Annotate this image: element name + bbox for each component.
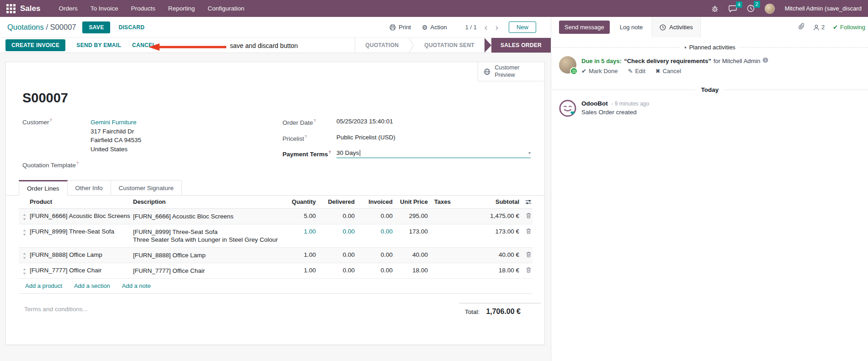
form-view-pane: Quotations / S00007 SAVE DISCARD Print ⚙… — [0, 17, 551, 361]
following-button[interactable]: ✔ Following — [833, 24, 865, 31]
column-subtotal[interactable]: Subtotal — [469, 198, 519, 205]
activity-summary: “Check delivery requirements” — [624, 58, 711, 64]
help-marker: ? — [304, 134, 307, 139]
menu-products[interactable]: Products — [131, 5, 155, 12]
activity-avatar[interactable] — [559, 56, 576, 74]
order-date-value[interactable]: 05/25/2023 15:40:01 — [336, 118, 393, 125]
pricelist-value[interactable]: Public Pricelist (USD) — [336, 134, 395, 141]
table-row[interactable]: [FURN_6666] Acoustic Bloc Screens [FURN_… — [19, 209, 533, 224]
order-reference-title: S00007 — [22, 90, 68, 106]
globe-icon — [484, 68, 490, 75]
notebook-tabs: Order Lines Other Info Customer Signatur… — [6, 180, 544, 196]
control-panel: Quotations / S00007 SAVE DISCARD Print ⚙… — [0, 17, 551, 37]
statusbar-step-sales-order[interactable]: SALES ORDER — [485, 38, 551, 53]
drag-handle-icon[interactable] — [19, 212, 30, 220]
delete-row-icon[interactable] — [519, 251, 533, 258]
customer-preview-button[interactable]: Customer Preview — [478, 62, 544, 81]
breadcrumb-current: S00007 — [50, 23, 76, 31]
pencil-icon: ✎ — [628, 68, 633, 74]
tab-customer-signature[interactable]: Customer Signature — [111, 180, 182, 195]
customer-field-group: Customer? Gemini Furniture 317 Fairchild… — [22, 118, 141, 154]
payment-terms-label: Payment Terms? — [282, 149, 336, 158]
menu-reporting[interactable]: Reporting — [168, 5, 195, 12]
customer-name-link[interactable]: Gemini Furniture — [91, 118, 141, 127]
edit-activity-button[interactable]: ✎Edit — [628, 68, 645, 74]
print-button[interactable]: Print — [389, 24, 411, 31]
planned-activities-toggle[interactable]: ▾ Planned activities — [680, 44, 740, 51]
discard-button[interactable]: DISCARD — [118, 24, 144, 31]
terms-placeholder[interactable]: Terms and conditions... — [24, 306, 88, 313]
user-name[interactable]: Mitchell Admin (save_discard — [785, 5, 862, 12]
save-button[interactable]: SAVE — [82, 21, 110, 33]
delete-row-icon[interactable] — [519, 267, 533, 273]
apps-grid-icon[interactable] — [6, 4, 16, 13]
mark-done-button[interactable]: ✔Mark Done — [581, 68, 618, 74]
breadcrumb-quotations[interactable]: Quotations — [7, 23, 44, 31]
followers-button[interactable]: 2 — [813, 24, 825, 31]
column-taxes[interactable]: Taxes — [428, 198, 469, 205]
column-invoiced[interactable]: Invoiced — [355, 198, 393, 205]
user-avatar[interactable] — [765, 4, 775, 14]
chatter-message: OdooBot - 9 minutes ago Sales Order crea… — [559, 100, 868, 117]
drag-handle-icon[interactable] — [19, 267, 30, 275]
chevron-down-icon[interactable]: ▾ — [528, 150, 531, 155]
add-a-note-link[interactable]: Add a note — [122, 282, 151, 289]
delete-row-icon[interactable] — [519, 228, 533, 234]
table-footer-links: Add a product Add a section Add a note — [19, 279, 533, 294]
pager-next[interactable]: › — [495, 23, 499, 32]
help-marker: ? — [76, 161, 79, 165]
info-icon[interactable] — [762, 57, 768, 64]
send-by-email-button[interactable]: SEND BY EMAIL — [76, 42, 121, 48]
statusbar-step-quotation-sent[interactable]: QUOTATION SENT — [414, 38, 485, 53]
menu-to-invoice[interactable]: To Invoice — [91, 5, 118, 12]
column-product[interactable]: Product — [30, 198, 133, 205]
messages-icon[interactable]: 4 — [729, 5, 737, 12]
payment-terms-input[interactable]: 30 Days ▾ — [336, 149, 531, 158]
column-unit-price[interactable]: Unit Price — [393, 198, 428, 205]
customer-address-line3: United States — [91, 145, 141, 154]
top-navbar: Sales Orders To Invoice Products Reporti… — [0, 0, 868, 17]
menu-orders[interactable]: Orders — [59, 5, 77, 12]
table-row[interactable]: [FURN_8999] Three-Seat Sofa [FURN_8999] … — [19, 224, 533, 248]
add-a-section-link[interactable]: Add a section — [74, 282, 110, 289]
column-description[interactable]: Description — [133, 198, 279, 206]
create-invoice-button[interactable]: CREATE INVOICE — [5, 39, 65, 51]
statusbar-step-quotation[interactable]: QUOTATION — [355, 38, 409, 53]
message-author[interactable]: OdooBot — [581, 100, 608, 107]
add-a-product-link[interactable]: Add a product — [25, 282, 62, 289]
cancel-activity-button[interactable]: ✖Cancel — [655, 68, 681, 74]
tab-other-info[interactable]: Other Info — [67, 180, 111, 195]
activities-clock-icon[interactable]: 2 — [747, 5, 755, 12]
tab-order-lines[interactable]: Order Lines — [19, 180, 68, 195]
activities-button[interactable]: Activities — [652, 17, 700, 37]
menu-configuration[interactable]: Configuration — [208, 5, 244, 12]
optional-columns-icon[interactable] — [519, 199, 533, 205]
app-name[interactable]: Sales — [20, 4, 40, 13]
today-divider: Today — [552, 86, 868, 93]
help-marker: ? — [329, 150, 331, 154]
attachment-paperclip-icon[interactable] — [798, 23, 805, 32]
activities-badge: 2 — [754, 1, 760, 8]
customer-label: Customer? — [22, 118, 91, 154]
debug-bug-icon[interactable] — [711, 5, 719, 12]
quotation-template-label[interactable]: Quotation Template? — [22, 161, 79, 169]
check-icon: ✔ — [833, 24, 838, 31]
form-sheet: Customer Preview S00007 Customer? Gemini… — [5, 62, 545, 345]
chatter-header: Send message Log note Activities 2 ✔ Fol… — [552, 17, 868, 37]
log-note-button[interactable]: Log note — [620, 24, 643, 31]
action-button[interactable]: ⚙ Action — [422, 24, 447, 31]
drag-handle-icon[interactable] — [19, 251, 30, 259]
table-row[interactable]: [FURN_7777] Office Chair [FURN_7777] Off… — [19, 263, 533, 279]
table-row[interactable]: [FURN_8888] Office Lamp [FURN_8888] Offi… — [19, 248, 533, 263]
column-quantity[interactable]: Quantity — [279, 198, 316, 205]
new-button[interactable]: New — [509, 21, 536, 33]
drag-handle-icon[interactable] — [19, 228, 30, 236]
gear-icon: ⚙ — [422, 24, 428, 31]
column-delivered[interactable]: Delivered — [316, 198, 355, 205]
pager-previous[interactable]: ‹ — [484, 23, 488, 32]
delete-row-icon[interactable] — [519, 212, 533, 219]
odoobot-avatar[interactable] — [559, 100, 576, 117]
statusbar-arrow-shape — [485, 38, 491, 53]
message-timestamp: - 9 minutes ago — [612, 101, 650, 107]
send-message-button[interactable]: Send message — [559, 21, 610, 34]
